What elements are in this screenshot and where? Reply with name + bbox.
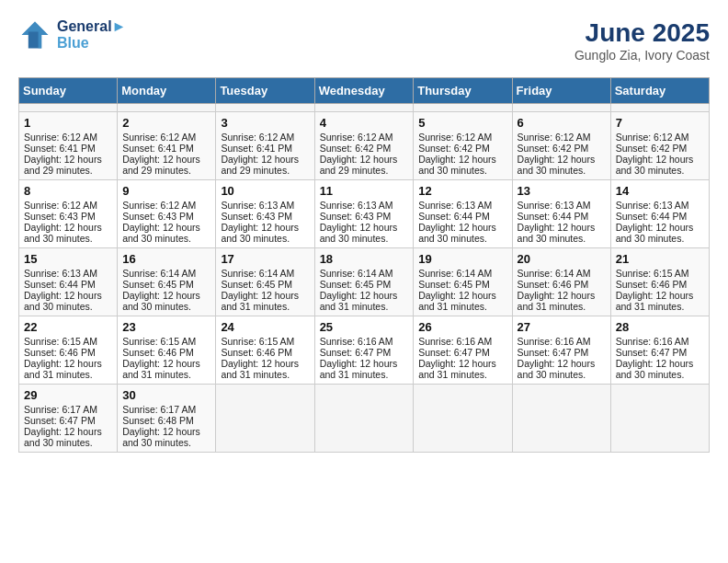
- location: Gunglo Zia, Ivory Coast: [574, 48, 710, 63]
- table-row: 1 Sunrise: 6:12 AMSunset: 6:41 PMDayligh…: [19, 112, 710, 180]
- day-number: 19: [418, 252, 506, 266]
- col-thursday: Thursday: [414, 78, 512, 104]
- day-number: 22: [24, 320, 112, 334]
- day-number: 11: [320, 184, 409, 198]
- day-number: 12: [418, 184, 506, 198]
- day-number: 29: [24, 388, 112, 402]
- day-number: 24: [221, 320, 309, 334]
- day-cell-16: 16 Sunrise: 6:14 AMSunset: 6:45 PMDaylig…: [118, 248, 216, 316]
- day-number: 14: [616, 184, 704, 198]
- day-cell-17: 17 Sunrise: 6:14 AMSunset: 6:45 PMDaylig…: [216, 248, 314, 316]
- table-row: [19, 104, 710, 112]
- day-number: 1: [24, 116, 112, 130]
- day-cell-15: 15 Sunrise: 6:13 AMSunset: 6:44 PMDaylig…: [19, 248, 118, 316]
- empty-cell: [19, 104, 118, 112]
- empty-cell: [314, 104, 414, 112]
- day-cell-30: 30 Sunrise: 6:17 AMSunset: 6:48 PMDaylig…: [118, 385, 216, 453]
- day-cell-25: 25 Sunrise: 6:16 AMSunset: 6:47 PMDaylig…: [314, 316, 414, 385]
- day-number: 23: [122, 320, 210, 334]
- table-row: 8 Sunrise: 6:12 AMSunset: 6:43 PMDayligh…: [19, 180, 710, 248]
- day-cell-8: 8 Sunrise: 6:12 AMSunset: 6:43 PMDayligh…: [19, 180, 118, 248]
- day-cell-13: 13 Sunrise: 6:13 AMSunset: 6:44 PMDaylig…: [512, 180, 610, 248]
- day-cell-28: 28 Sunrise: 6:16 AMSunset: 6:47 PMDaylig…: [610, 316, 709, 385]
- day-cell-7: 7 Sunrise: 6:12 AMSunset: 6:42 PMDayligh…: [610, 112, 709, 180]
- calendar-header-row: Sunday Monday Tuesday Wednesday Thursday…: [19, 78, 710, 104]
- day-number: 6: [518, 116, 606, 130]
- col-wednesday: Wednesday: [314, 78, 414, 104]
- day-cell-2: 2 Sunrise: 6:12 AMSunset: 6:41 PMDayligh…: [118, 112, 216, 180]
- day-cell-12: 12 Sunrise: 6:13 AMSunset: 6:44 PMDaylig…: [414, 180, 512, 248]
- day-number: 15: [24, 252, 112, 266]
- day-number: 17: [221, 252, 309, 266]
- logo-text: General► Blue: [57, 18, 126, 52]
- day-cell-18: 18 Sunrise: 6:14 AMSunset: 6:45 PMDaylig…: [314, 248, 414, 316]
- day-cell-1: 1 Sunrise: 6:12 AMSunset: 6:41 PMDayligh…: [19, 112, 118, 180]
- calendar-table: Sunday Monday Tuesday Wednesday Thursday…: [18, 77, 710, 453]
- col-friday: Friday: [512, 78, 610, 104]
- day-cell-9: 9 Sunrise: 6:12 AMSunset: 6:43 PMDayligh…: [118, 180, 216, 248]
- day-cell-24: 24 Sunrise: 6:15 AMSunset: 6:46 PMDaylig…: [216, 316, 314, 385]
- day-number: 13: [518, 184, 606, 198]
- empty-cell: [414, 385, 512, 453]
- day-number: 8: [24, 184, 112, 198]
- logo: General► Blue: [18, 18, 126, 52]
- day-number: 9: [122, 184, 210, 198]
- empty-cell: [610, 104, 709, 112]
- col-monday: Monday: [118, 78, 216, 104]
- day-cell-4: 4 Sunrise: 6:12 AMSunset: 6:42 PMDayligh…: [314, 112, 414, 180]
- table-row: 29 Sunrise: 6:17 AMSunset: 6:47 PMDaylig…: [19, 385, 710, 453]
- empty-cell: [314, 385, 414, 453]
- day-number: 10: [221, 184, 309, 198]
- day-cell-19: 19 Sunrise: 6:14 AMSunset: 6:45 PMDaylig…: [414, 248, 512, 316]
- empty-cell: [512, 104, 610, 112]
- day-cell-3: 3 Sunrise: 6:12 AMSunset: 6:41 PMDayligh…: [216, 112, 314, 180]
- title-block: June 2025 Gunglo Zia, Ivory Coast: [574, 18, 710, 63]
- empty-cell: [216, 385, 314, 453]
- day-number: 5: [418, 116, 506, 130]
- empty-cell: [512, 385, 610, 453]
- table-row: 15 Sunrise: 6:13 AMSunset: 6:44 PMDaylig…: [19, 248, 710, 316]
- day-cell-6: 6 Sunrise: 6:12 AMSunset: 6:42 PMDayligh…: [512, 112, 610, 180]
- day-cell-20: 20 Sunrise: 6:14 AMSunset: 6:46 PMDaylig…: [512, 248, 610, 316]
- empty-cell: [414, 104, 512, 112]
- day-number: 3: [221, 116, 309, 130]
- day-number: 2: [122, 116, 210, 130]
- day-cell-23: 23 Sunrise: 6:15 AMSunset: 6:46 PMDaylig…: [118, 316, 216, 385]
- table-row: 22 Sunrise: 6:15 AMSunset: 6:46 PMDaylig…: [19, 316, 710, 385]
- day-number: 28: [616, 320, 704, 334]
- day-cell-14: 14 Sunrise: 6:13 AMSunset: 6:44 PMDaylig…: [610, 180, 709, 248]
- empty-cell: [118, 104, 216, 112]
- day-number: 27: [518, 320, 606, 334]
- day-cell-27: 27 Sunrise: 6:16 AMSunset: 6:47 PMDaylig…: [512, 316, 610, 385]
- col-saturday: Saturday: [610, 78, 709, 104]
- empty-cell: [216, 104, 314, 112]
- day-number: 18: [320, 252, 409, 266]
- day-number: 25: [320, 320, 409, 334]
- day-number: 7: [616, 116, 704, 130]
- day-number: 4: [320, 116, 409, 130]
- col-sunday: Sunday: [19, 78, 118, 104]
- day-number: 16: [122, 252, 210, 266]
- day-cell-26: 26 Sunrise: 6:16 AMSunset: 6:47 PMDaylig…: [414, 316, 512, 385]
- empty-cell: [610, 385, 709, 453]
- day-cell-21: 21 Sunrise: 6:15 AMSunset: 6:46 PMDaylig…: [610, 248, 709, 316]
- page-header: General► Blue June 2025 Gunglo Zia, Ivor…: [18, 18, 710, 63]
- day-number: 20: [518, 252, 606, 266]
- col-tuesday: Tuesday: [216, 78, 314, 104]
- day-cell-29: 29 Sunrise: 6:17 AMSunset: 6:47 PMDaylig…: [19, 385, 118, 453]
- day-cell-5: 5 Sunrise: 6:12 AMSunset: 6:42 PMDayligh…: [414, 112, 512, 180]
- month-title: June 2025: [574, 18, 710, 48]
- logo-icon: [18, 18, 51, 52]
- day-number: 26: [418, 320, 506, 334]
- day-number: 21: [616, 252, 704, 266]
- day-cell-22: 22 Sunrise: 6:15 AMSunset: 6:46 PMDaylig…: [19, 316, 118, 385]
- day-cell-11: 11 Sunrise: 6:13 AMSunset: 6:43 PMDaylig…: [314, 180, 414, 248]
- day-cell-10: 10 Sunrise: 6:13 AMSunset: 6:43 PMDaylig…: [216, 180, 314, 248]
- day-number: 30: [122, 388, 210, 402]
